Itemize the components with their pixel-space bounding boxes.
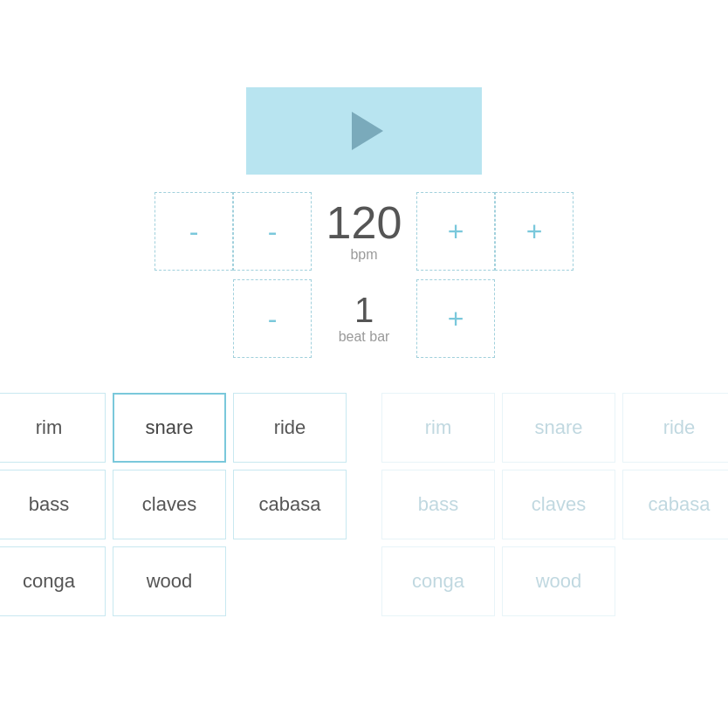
- instrument-row-2-1: rim snare ride: [381, 393, 728, 463]
- instrument-rim-1[interactable]: rim: [0, 393, 106, 463]
- bpm-plus-1-label: +: [448, 216, 464, 248]
- main-container: - - 120 bpm + + - 1 beat bar +: [0, 87, 728, 616]
- instrument-claves-1[interactable]: claves: [113, 470, 226, 539]
- instrument-row-1-3: conga wood: [0, 546, 347, 616]
- instrument-claves-2[interactable]: claves: [502, 470, 615, 539]
- bpm-minus-1-label: -: [189, 216, 199, 248]
- beat-unit: beat bar: [339, 329, 390, 345]
- instrument-bass-2[interactable]: bass: [381, 470, 495, 539]
- bpm-unit: bpm: [350, 247, 377, 263]
- beat-plus-button[interactable]: +: [416, 279, 495, 358]
- bpm-plus-1-button[interactable]: +: [416, 192, 495, 271]
- instrument-row-2-3: conga wood: [381, 546, 728, 616]
- bpm-value: 120: [326, 200, 402, 245]
- instrument-wood-2[interactable]: wood: [502, 546, 615, 616]
- instrument-ride-1[interactable]: ride: [233, 393, 347, 463]
- instruments-section: rim snare ride bass claves cabasa: [0, 393, 728, 616]
- instrument-cabasa-1[interactable]: cabasa: [233, 470, 347, 539]
- instrument-row-2-2: bass claves cabasa: [381, 470, 728, 539]
- bpm-plus-2-label: +: [526, 216, 543, 248]
- bpm-minus-2-label: -: [268, 216, 278, 248]
- bpm-controls: - - 120 bpm + +: [155, 192, 573, 271]
- play-button[interactable]: [246, 87, 482, 175]
- instrument-bass-1[interactable]: bass: [0, 470, 106, 539]
- instrument-snare-2[interactable]: snare: [502, 393, 615, 463]
- instrument-cabasa-2[interactable]: cabasa: [622, 470, 728, 539]
- bpm-minus-2-button[interactable]: -: [233, 192, 312, 271]
- beat-minus-label: -: [268, 303, 278, 335]
- bpm-plus-2-button[interactable]: +: [495, 192, 573, 271]
- instrument-group-1: rim snare ride bass claves cabasa: [0, 393, 347, 616]
- beat-controls: - 1 beat bar +: [233, 279, 495, 358]
- play-icon: [352, 112, 383, 150]
- beat-display: 1 beat bar: [312, 292, 416, 345]
- instrument-snare-1[interactable]: snare: [113, 393, 226, 463]
- bpm-minus-1-button[interactable]: -: [155, 192, 233, 271]
- instrument-conga-2[interactable]: conga: [381, 546, 495, 616]
- instrument-rim-2[interactable]: rim: [381, 393, 495, 463]
- instrument-group-2: rim snare ride bass claves cabasa: [381, 393, 728, 616]
- instrument-wood-1[interactable]: wood: [113, 546, 226, 616]
- instrument-row-1-2: bass claves cabasa: [0, 470, 347, 539]
- bpm-display: 120 bpm: [312, 200, 416, 263]
- beat-plus-label: +: [448, 303, 464, 335]
- instrument-row-1-1: rim snare ride: [0, 393, 347, 463]
- beat-minus-button[interactable]: -: [233, 279, 312, 358]
- beat-value: 1: [354, 292, 374, 327]
- instrument-conga-1[interactable]: conga: [0, 546, 106, 616]
- instrument-ride-2[interactable]: ride: [622, 393, 728, 463]
